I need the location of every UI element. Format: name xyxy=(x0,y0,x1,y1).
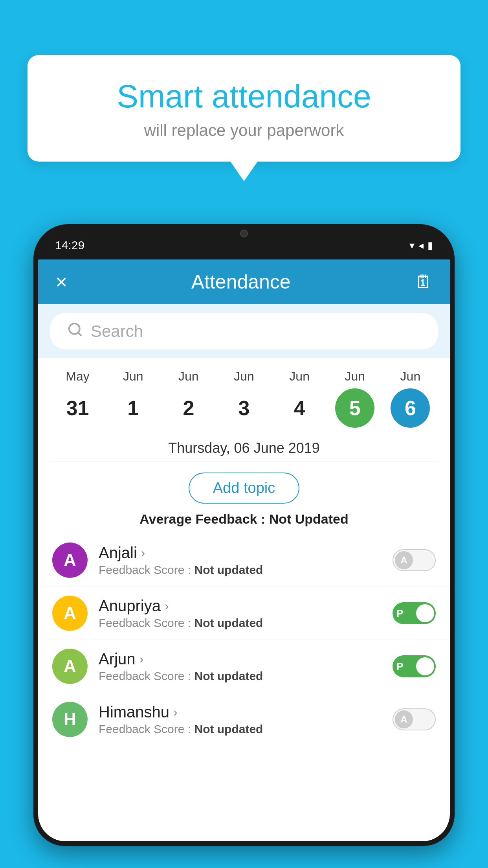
phone-frame: 14:29 ▾ ◂ ▮ × Attendance 🗓 xyxy=(33,224,455,846)
search-icon xyxy=(67,322,83,341)
date-item-0[interactable]: May 31 xyxy=(58,369,97,428)
bubble-title: Smart attendance xyxy=(51,79,437,114)
status-time: 14:29 xyxy=(55,239,84,252)
status-bar: 14:29 ▾ ◂ ▮ xyxy=(33,224,455,259)
attendance-toggle[interactable]: P xyxy=(393,655,436,677)
avatar: A xyxy=(52,649,88,684)
student-name: Anupriya › xyxy=(99,597,382,615)
avatar: H xyxy=(52,702,88,737)
search-bar-container: Search xyxy=(38,304,450,358)
attendance-toggle[interactable]: A xyxy=(393,708,436,730)
student-score: Feedback Score : Not updated xyxy=(99,616,382,630)
phone-screen: × Attendance 🗓 Search xyxy=(38,259,450,841)
search-bar[interactable]: Search xyxy=(50,313,438,349)
date-item-2[interactable]: Jun 2 xyxy=(169,369,208,428)
date-picker: May 31 Jun 1 Jun 2 Jun 3 Jun 4 xyxy=(38,358,450,435)
battery-icon: ▮ xyxy=(427,239,433,252)
attendance-toggle[interactable]: A xyxy=(393,549,436,571)
chevron-right-icon: › xyxy=(165,599,169,613)
bubble-subtitle: will replace your paperwork xyxy=(51,121,437,140)
average-feedback: Average Feedback : Not Updated xyxy=(38,511,450,534)
chevron-right-icon: › xyxy=(139,652,143,666)
student-row: A Arjun › Feedback Score : Not updated P xyxy=(38,640,450,693)
speech-bubble: Smart attendance will replace your paper… xyxy=(28,55,460,162)
student-name: Himanshu › xyxy=(99,703,382,721)
calendar-icon[interactable]: 🗓 xyxy=(415,271,433,292)
add-topic-container: Add topic xyxy=(38,462,450,511)
student-row: A Anjali › Feedback Score : Not updated … xyxy=(38,534,450,587)
student-name: Anjali › xyxy=(99,544,382,562)
student-score: Feedback Score : Not updated xyxy=(99,669,382,683)
status-icons: ▾ ◂ ▮ xyxy=(409,239,433,252)
student-info[interactable]: Himanshu › Feedback Score : Not updated xyxy=(99,703,382,736)
selected-date-label: Thursday, 06 June 2019 xyxy=(50,435,438,462)
notch xyxy=(218,224,270,243)
student-row: A Anupriya › Feedback Score : Not update… xyxy=(38,587,450,640)
attendance-toggle[interactable]: P xyxy=(393,602,436,624)
student-info[interactable]: Anjali › Feedback Score : Not updated xyxy=(99,544,382,577)
student-info[interactable]: Anupriya › Feedback Score : Not updated xyxy=(99,597,382,630)
svg-line-1 xyxy=(78,333,81,335)
wifi-icon: ▾ xyxy=(409,239,415,252)
notch-camera xyxy=(240,230,248,237)
search-input[interactable]: Search xyxy=(91,322,143,341)
date-item-3[interactable]: Jun 3 xyxy=(224,369,264,428)
chevron-right-icon: › xyxy=(173,705,178,719)
student-score: Feedback Score : Not updated xyxy=(99,723,382,736)
date-item-6[interactable]: Jun 6 xyxy=(391,369,430,428)
speech-bubble-container: Smart attendance will replace your paper… xyxy=(28,55,460,162)
add-topic-button[interactable]: Add topic xyxy=(189,473,299,504)
app-header: × Attendance 🗓 xyxy=(38,259,450,304)
date-item-1[interactable]: Jun 1 xyxy=(114,369,153,428)
student-list: A Anjali › Feedback Score : Not updated … xyxy=(38,534,450,746)
avatar: A xyxy=(52,542,88,578)
student-name: Arjun › xyxy=(99,650,382,668)
header-title: Attendance xyxy=(191,270,291,293)
avatar: A xyxy=(52,596,88,631)
chevron-right-icon: › xyxy=(141,546,145,560)
phone-container: 14:29 ▾ ◂ ▮ × Attendance 🗓 xyxy=(33,224,455,868)
date-item-4[interactable]: Jun 4 xyxy=(280,369,319,428)
close-button[interactable]: × xyxy=(55,272,67,292)
date-item-5[interactable]: Jun 5 xyxy=(335,369,374,428)
student-info[interactable]: Arjun › Feedback Score : Not updated xyxy=(99,650,382,683)
student-row: H Himanshu › Feedback Score : Not update… xyxy=(38,693,450,746)
signal-icon: ◂ xyxy=(418,239,424,252)
student-score: Feedback Score : Not updated xyxy=(99,563,382,577)
